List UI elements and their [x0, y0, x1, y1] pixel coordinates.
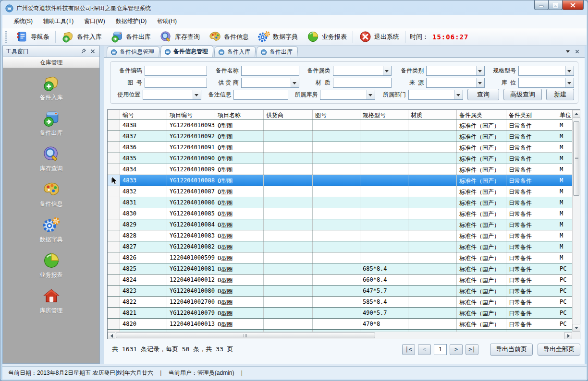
query-button[interactable]: 查询 — [467, 89, 499, 100]
table-cell[interactable]: 标准件（国产） — [457, 308, 506, 318]
table-cell[interactable]: 标准件（国产） — [457, 297, 506, 307]
toolbar-exit-system[interactable]: 退出系统 — [355, 29, 404, 45]
table-cell[interactable]: 标准件（国产） — [457, 274, 506, 285]
pin-button[interactable] — [80, 48, 87, 55]
column-header[interactable]: 单位 — [557, 110, 572, 119]
table-cell[interactable] — [313, 286, 360, 296]
row-selector-cell[interactable] — [108, 241, 120, 252]
table-cell[interactable]: O型圈 — [215, 164, 264, 175]
table-cell[interactable] — [408, 319, 457, 329]
table-cell[interactable]: 4828 — [120, 230, 167, 241]
dropdown-arrow-icon[interactable] — [193, 90, 201, 99]
table-cell[interactable]: M — [557, 241, 572, 252]
table-cell[interactable] — [264, 120, 313, 131]
table-cell[interactable]: 4838 — [120, 120, 167, 131]
table-cell[interactable]: 日常备件 — [506, 274, 557, 285]
table-cell[interactable]: YG12204010090 — [167, 153, 215, 164]
table-cell[interactable] — [408, 297, 457, 307]
table-cell[interactable]: 日常备件 — [506, 186, 557, 197]
table-cell[interactable]: O型圈 — [215, 175, 264, 186]
sidebar-item-warehouse-mgmt[interactable]: 库房管理 — [40, 287, 63, 315]
dropdown-arrow-icon[interactable] — [476, 66, 484, 75]
dropdown-arrow-icon[interactable] — [454, 90, 463, 99]
table-cell[interactable]: 490*5.7 — [360, 308, 408, 318]
drawing-no-input[interactable] — [145, 78, 207, 88]
column-header[interactable]: 编号 — [120, 110, 167, 119]
tab-list-dropdown-icon[interactable] — [566, 50, 570, 53]
menu-system[interactable]: 系统(S) — [8, 15, 38, 28]
dropdown-arrow-icon[interactable] — [367, 90, 375, 99]
dropdown-arrow-icon[interactable] — [291, 78, 299, 87]
table-cell[interactable] — [264, 286, 313, 296]
table-cell[interactable]: YG12204010091 — [167, 142, 215, 153]
table-cell[interactable]: 4823 — [120, 286, 167, 296]
table-cell[interactable]: 日常备件 — [506, 197, 557, 208]
table-cell[interactable]: O型圈 — [215, 241, 264, 252]
table-row[interactable]: 4835YG12204010090O型圈标准件（国产）日常备件M — [108, 153, 572, 164]
table-cell[interactable]: O型圈 — [215, 297, 264, 307]
table-cell[interactable]: O型圈 — [215, 308, 264, 318]
table-cell[interactable]: 4820 — [120, 319, 167, 329]
spec-model-select[interactable] — [518, 66, 574, 76]
menu-help[interactable]: 帮助(H) — [152, 15, 182, 28]
tab-parts-info-mgmt-2[interactable]: 备件信息管理 — [160, 46, 213, 57]
material-input[interactable] — [333, 78, 392, 88]
table-cell[interactable]: YG12204010079 — [167, 308, 215, 318]
dropdown-arrow-icon[interactable] — [565, 78, 574, 87]
table-cell[interactable]: YG12204010087 — [167, 186, 215, 197]
table-cell[interactable]: O型圈 — [215, 230, 264, 241]
table-cell[interactable] — [360, 142, 408, 153]
table-cell[interactable]: 标准件（国产） — [457, 219, 506, 230]
table-cell[interactable]: PC — [557, 263, 572, 274]
advanced-query-button[interactable]: 高级查询 — [503, 89, 542, 100]
table-cell[interactable] — [264, 297, 313, 307]
table-cell[interactable]: M — [557, 252, 572, 263]
table-cell[interactable]: 660*8.4 — [360, 274, 408, 285]
row-selector-cell[interactable] — [108, 252, 120, 263]
parts-type-select[interactable] — [426, 66, 485, 76]
table-cell[interactable]: 4837 — [120, 131, 167, 142]
table-row[interactable]: 4827YG12204010082O型圈标准件（国产）日常备件M — [108, 241, 572, 252]
warehouse-select[interactable] — [320, 90, 375, 100]
table-cell[interactable] — [408, 252, 457, 263]
table-cell[interactable] — [408, 286, 457, 296]
table-row[interactable]: 48261220401000599O型圈标准件（国产）日常备件M — [108, 252, 572, 263]
table-cell[interactable] — [264, 208, 313, 219]
table-cell[interactable]: YG12204010089 — [167, 164, 215, 175]
table-cell[interactable]: M — [557, 131, 572, 142]
dropdown-arrow-icon[interactable] — [476, 78, 484, 87]
table-cell[interactable]: 日常备件 — [506, 263, 557, 274]
table-cell[interactable]: 日常备件 — [506, 175, 557, 186]
row-selector-cell[interactable] — [108, 131, 120, 142]
table-cell[interactable]: 4822 — [120, 297, 167, 307]
table-cell[interactable] — [360, 186, 408, 197]
table-cell[interactable]: 日常备件 — [506, 219, 557, 230]
table-cell[interactable]: YG12204010086 — [167, 197, 215, 208]
parts-category-select[interactable] — [333, 66, 392, 76]
table-cell[interactable] — [360, 164, 408, 175]
maximize-button[interactable] — [548, 0, 563, 10]
table-cell[interactable] — [408, 230, 457, 241]
table-cell[interactable] — [360, 241, 408, 252]
table-row[interactable]: 4831YG12204010086O型圈标准件（国产）日常备件M — [108, 197, 572, 208]
table-row[interactable]: 4838YG12204010093O型圈标准件（国产）日常备件M — [108, 120, 572, 131]
table-row[interactable]: 4833YG12204010088O型圈标准件（国产）日常备件M — [108, 175, 572, 186]
table-cell[interactable]: 标准件（国产） — [457, 164, 506, 175]
table-row[interactable]: 4834YG12204010089O型圈标准件（国产）日常备件M — [108, 164, 572, 175]
table-cell[interactable]: O型圈 — [215, 142, 264, 153]
table-cell[interactable] — [313, 175, 360, 186]
table-cell[interactable]: 标准件（国产） — [457, 263, 506, 274]
table-cell[interactable] — [408, 164, 457, 175]
table-cell[interactable]: 4834 — [120, 164, 167, 175]
table-row[interactable]: 4837YG12204010092O型圈标准件（国产）日常备件M — [108, 131, 572, 142]
table-cell[interactable]: YG12204010082 — [167, 241, 215, 252]
table-cell[interactable] — [313, 208, 360, 219]
table-cell[interactable]: 日常备件 — [506, 319, 557, 329]
row-selector-cell[interactable] — [108, 197, 120, 208]
table-cell[interactable]: 4833 — [120, 175, 167, 186]
column-header[interactable]: 图号 — [313, 110, 360, 119]
table-cell[interactable] — [360, 120, 408, 131]
table-cell[interactable] — [408, 263, 457, 274]
table-cell[interactable] — [264, 230, 313, 241]
table-cell[interactable] — [313, 153, 360, 164]
